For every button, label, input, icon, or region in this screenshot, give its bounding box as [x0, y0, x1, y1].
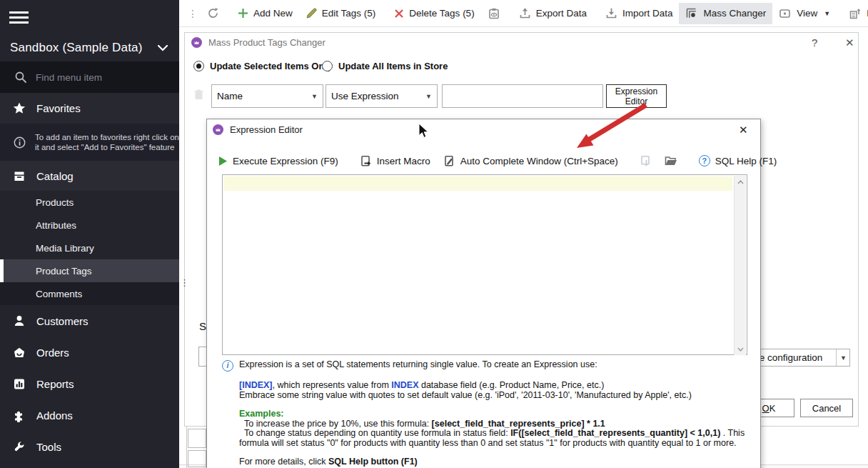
- cancel-button[interactable]: Cancel: [800, 399, 853, 417]
- editor-scrollbar[interactable]: [734, 176, 746, 355]
- radio-selected-icon: [193, 61, 204, 71]
- sidebar-item-label: Customers: [36, 315, 89, 327]
- import-data-button[interactable]: Import Data: [599, 3, 680, 24]
- toolbar-drag-handle[interactable]: ⋮: [185, 8, 201, 19]
- expression-editor-toolbar: Execute Expression (F9) Insert Macro Aut…: [214, 148, 753, 174]
- main-toolbar: ⋮ Add New Edit Tags (5) Delete Tags (5) …: [179, 0, 868, 27]
- sidebar-item-media-library[interactable]: Media Library: [0, 237, 179, 259]
- configuration-select-value: ve configuration: [755, 352, 822, 363]
- clipboard-preview-icon: [488, 7, 500, 20]
- sidebar-item-products[interactable]: Products: [0, 191, 179, 214]
- info-embrace-line: Embrace some string value with quotes to…: [239, 391, 750, 401]
- export-grid-button[interactable]: Export Grid ▼: [842, 3, 868, 24]
- sidebar-item-label: Product Tags: [36, 266, 92, 277]
- info-icon: [13, 136, 26, 149]
- reports-icon: [13, 377, 26, 390]
- search-input[interactable]: [36, 72, 157, 83]
- sidebar-item-label: Orders: [36, 347, 69, 359]
- delete-tags-label: Delete Tags (5): [409, 8, 474, 19]
- sidebar-item-tools[interactable]: Tools: [0, 431, 179, 462]
- autocomplete-icon: [443, 155, 455, 167]
- dialog-close-button[interactable]: ✕: [845, 36, 854, 49]
- pencil-icon: [306, 8, 317, 19]
- store-selector[interactable]: Sandbox (Sample Data): [0, 34, 179, 61]
- export-data-button[interactable]: Export Data: [513, 3, 593, 24]
- sidebar-item-label: Favorites: [36, 102, 81, 114]
- star-icon: [13, 102, 26, 115]
- sidebar-item-reports[interactable]: Reports: [0, 368, 179, 399]
- sql-help-button[interactable]: ? SQL Help (F1): [695, 152, 782, 169]
- import-icon: [605, 7, 617, 19]
- sidebar-item-addons[interactable]: Addons: [0, 399, 179, 431]
- dropdown-caret-icon: ▼: [311, 93, 318, 100]
- catalog-icon: [13, 169, 26, 182]
- import-data-label: Import Data: [622, 8, 673, 19]
- sql-help-label: SQL Help (F1): [715, 156, 777, 166]
- open-expression-button[interactable]: [660, 152, 682, 169]
- ok-label: K: [769, 403, 776, 414]
- radio-label: Update Selected Items Only: [210, 61, 332, 71]
- dialog-help-button[interactable]: ?: [812, 36, 817, 49]
- hidden-section-heading: S: [199, 320, 206, 332]
- more-details-line: For more details, click SQL Help button …: [239, 457, 750, 467]
- insert-macro-label: Insert Macro: [377, 156, 430, 166]
- action-select[interactable]: Use Expression ▼: [326, 84, 438, 108]
- execute-expression-button[interactable]: Execute Expression (F9): [214, 153, 343, 169]
- mass-changer-button[interactable]: Mass Changer: [679, 3, 772, 24]
- splitter-handle[interactable]: ⋮: [180, 281, 189, 285]
- example-1: To increase the price by 10%, use this f…: [239, 419, 750, 429]
- radio-label: Update All Items in Store: [338, 61, 448, 71]
- example-2: To change status depending on quantity u…: [239, 429, 750, 448]
- edit-tags-button[interactable]: Edit Tags (5): [299, 4, 383, 24]
- ok-label: O: [762, 403, 769, 414]
- sidebar-item-favorites[interactable]: Favorites: [0, 93, 179, 124]
- delete-x-icon: [394, 9, 404, 19]
- scroll-down-icon[interactable]: [735, 343, 746, 355]
- sidebar-item-customers[interactable]: Customers: [0, 305, 179, 337]
- mouse-cursor: [418, 123, 429, 139]
- mass-changer-label: Mass Changer: [703, 8, 766, 19]
- sidebar-item-label: Products: [36, 197, 74, 208]
- current-line-highlight: [224, 176, 732, 191]
- export-icon: [519, 7, 531, 19]
- favorites-hint: To add an item to favorites right click …: [0, 124, 179, 161]
- preview-clipboard-button[interactable]: [481, 3, 507, 24]
- dropdown-caret-icon: ▼: [824, 10, 830, 17]
- help-circle-icon: ?: [699, 155, 710, 166]
- add-new-button[interactable]: Add New: [231, 4, 299, 23]
- sidebar-item-attributes[interactable]: Attributes: [0, 214, 179, 237]
- sidebar-item-product-tags[interactable]: Product Tags: [0, 259, 179, 282]
- background-grid-line: [186, 427, 187, 468]
- field-select[interactable]: Name ▼: [211, 84, 323, 108]
- radio-update-all[interactable]: Update All Items in Store: [322, 61, 448, 71]
- dialog-title: Mass Product Tags Changer: [208, 37, 326, 48]
- sidebar-item-catalog[interactable]: Catalog: [0, 161, 179, 191]
- view-icon: [779, 8, 792, 19]
- sidebar-item-orders[interactable]: Orders: [0, 337, 179, 368]
- remove-row-icon: [193, 89, 205, 104]
- sidebar-item-label: Catalog: [36, 170, 74, 182]
- export-data-label: Export Data: [536, 8, 587, 19]
- hint-line: it and select "Add to Favorites" feature: [35, 143, 174, 151]
- add-new-label: Add New: [253, 8, 293, 19]
- insert-macro-button[interactable]: Insert Macro: [355, 152, 435, 170]
- dropdown-caret-icon: ▼: [425, 93, 432, 100]
- orders-icon: [13, 346, 26, 359]
- scroll-up-icon[interactable]: [735, 176, 746, 188]
- expression-editor-textarea[interactable]: [222, 174, 747, 355]
- info-index-line: [INDEX], which represents value from IND…: [239, 381, 750, 391]
- sidebar-item-comments[interactable]: Comments: [0, 282, 179, 305]
- configuration-select[interactable]: ve configuration ▼: [749, 349, 850, 367]
- dialog-close-button[interactable]: ✕: [739, 124, 748, 136]
- play-icon: [218, 156, 228, 166]
- cancel-label: Cancel: [812, 403, 841, 414]
- view-button[interactable]: View ▼: [772, 4, 837, 24]
- hamburger-menu-icon[interactable]: [9, 9, 29, 26]
- refresh-button[interactable]: [201, 3, 226, 24]
- edit-tags-label: Edit Tags (5): [322, 8, 376, 19]
- background-grid-cell: [188, 450, 206, 467]
- radio-update-selected[interactable]: Update Selected Items Only: [193, 61, 332, 71]
- export-grid-icon: [849, 7, 862, 20]
- plus-icon: [238, 8, 248, 19]
- delete-tags-button[interactable]: Delete Tags (5): [388, 4, 480, 23]
